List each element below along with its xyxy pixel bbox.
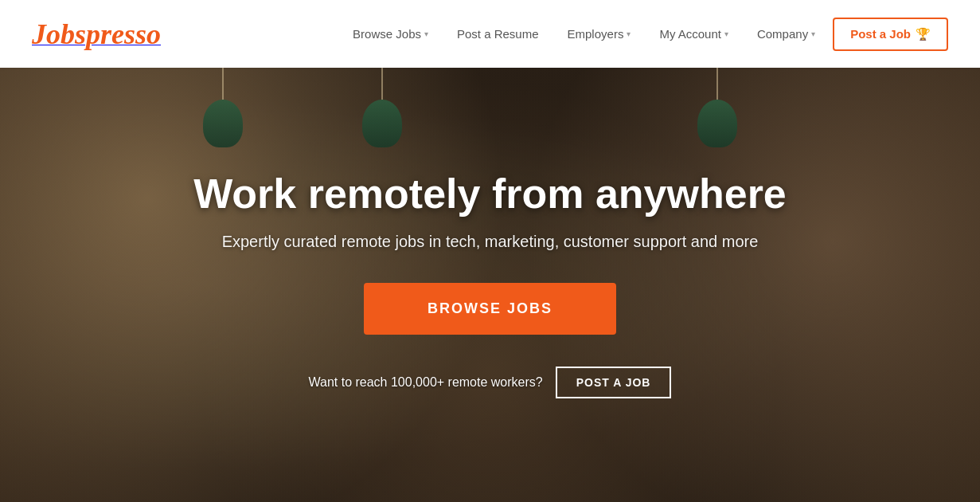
nav-my-account[interactable]: My Account ▾ (648, 21, 740, 47)
hero-content: Work remotely from anywhere Expertly cur… (178, 171, 802, 398)
trophy-icon: 🏆 (916, 27, 931, 41)
browse-jobs-button[interactable]: BROWSE JOBS (364, 283, 616, 335)
post-job-button[interactable]: Post a Job 🏆 (833, 18, 948, 51)
nav-my-account-label: My Account (659, 27, 721, 41)
hero-title: Work remotely from anywhere (193, 171, 787, 217)
nav-post-resume-label: Post a Resume (457, 27, 539, 41)
employers-chevron-icon: ▾ (627, 29, 631, 38)
post-job-button-label: Post a Job (850, 27, 911, 41)
nav-company[interactable]: Company ▾ (746, 21, 826, 47)
nav-company-label: Company (757, 27, 808, 41)
company-chevron-icon: ▾ (811, 29, 815, 38)
hero-section: Work remotely from anywhere Expertly cur… (0, 68, 980, 502)
nav-employers-label: Employers (568, 27, 624, 41)
hero-bottom: Want to reach 100,000+ remote workers? P… (193, 367, 787, 398)
header: Jobspresso Browse Jobs ▾ Post a Resume E… (0, 0, 980, 68)
logo[interactable]: Jobspresso (32, 18, 161, 51)
nav-browse-jobs-label: Browse Jobs (353, 27, 421, 41)
pendant-light-3 (693, 68, 741, 147)
nav-post-resume[interactable]: Post a Resume (446, 21, 550, 47)
hero-subtitle: Expertly curated remote jobs in tech, ma… (193, 233, 787, 251)
hero-reach-text: Want to reach 100,000+ remote workers? (308, 375, 542, 390)
post-job-outline-button[interactable]: POST A JOB (556, 367, 672, 398)
main-nav: Browse Jobs ▾ Post a Resume Employers ▾ … (342, 18, 948, 51)
logo-text: Jobspresso (32, 18, 161, 50)
pendant-light-1 (199, 68, 247, 147)
browse-jobs-chevron-icon: ▾ (424, 29, 428, 38)
my-account-chevron-icon: ▾ (724, 29, 728, 38)
pendant-light-2 (358, 68, 406, 147)
nav-browse-jobs[interactable]: Browse Jobs ▾ (342, 21, 439, 47)
nav-employers[interactable]: Employers ▾ (556, 21, 642, 47)
